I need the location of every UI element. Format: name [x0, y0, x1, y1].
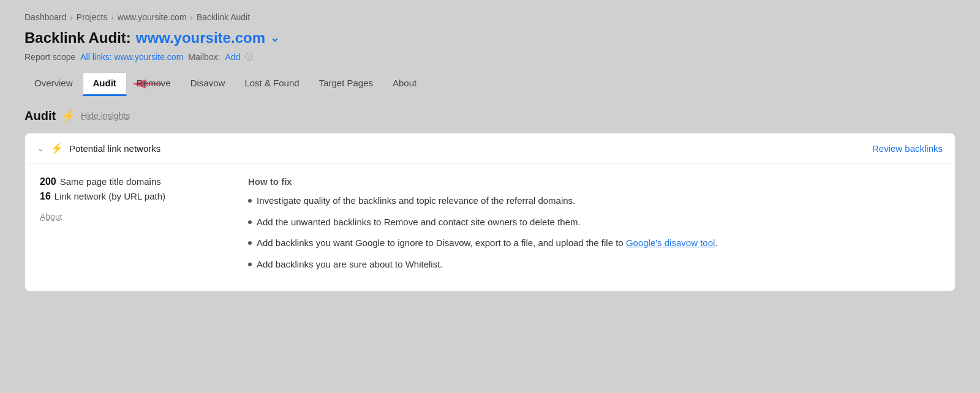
tab-disavow[interactable]: Disavow: [181, 73, 235, 96]
stat-row-2: 16 Link network (by URL path): [40, 191, 211, 202]
tabs: Overview Audit Remove Disavow Lost & Fou…: [24, 72, 956, 96]
tab-overview[interactable]: Overview: [24, 73, 83, 96]
bullet-dot: [248, 241, 252, 245]
bullet-dot: [248, 263, 252, 266]
stat-label-1: Same page title domains: [60, 176, 161, 187]
bullet-text-2: Add the unwanted backlinks to Remove and…: [257, 215, 581, 230]
breadcrumb-sep-1: ›: [70, 13, 73, 22]
bullet-text-3: Add backlinks you want Google to ignore …: [257, 236, 718, 250]
bullet-text-4: Add backlinks you are sure about to Whit…: [257, 258, 443, 272]
disavow-tool-link[interactable]: Google's disavow tool: [626, 238, 715, 248]
breadcrumb-current: Backlink Audit: [197, 12, 250, 22]
report-scope-label: Report scope: [24, 52, 75, 62]
about-link[interactable]: About: [40, 212, 62, 222]
breadcrumb-sep-3: ›: [190, 13, 193, 22]
mailbox-label: Mailbox:: [188, 52, 220, 62]
insight-card-header: ⌄ ⚡ Potential link networks Review backl…: [25, 133, 955, 164]
tab-remove[interactable]: Remove: [127, 73, 181, 96]
page-title: Backlink Audit: www.yoursite.com ⌄: [24, 29, 956, 47]
breadcrumb-site[interactable]: www.yoursite.com: [118, 12, 187, 22]
tab-target-pages[interactable]: Target Pages: [309, 73, 383, 96]
card-lightning-icon: ⚡: [50, 142, 63, 155]
review-backlinks-link[interactable]: Review backlinks: [872, 143, 943, 154]
stat-number-2: 16: [40, 191, 51, 202]
list-item: Investigate quality of the backlinks and…: [248, 194, 940, 208]
report-scope-link[interactable]: All links: www.yoursite.com: [80, 52, 183, 62]
bullet-dot: [248, 220, 252, 224]
bullet-text-1: Investigate quality of the backlinks and…: [257, 194, 575, 208]
stat-row-1: 200 Same page title domains: [40, 176, 211, 187]
bullet-list: Investigate quality of the backlinks and…: [248, 194, 940, 271]
chevron-down-icon[interactable]: ⌄: [270, 31, 279, 45]
page-title-prefix: Backlink Audit:: [24, 29, 131, 47]
info-icon[interactable]: ⓘ: [245, 51, 253, 62]
stat-number-1: 200: [40, 176, 56, 187]
list-item: Add the unwanted backlinks to Remove and…: [248, 215, 940, 230]
section-title: Audit: [24, 109, 56, 123]
breadcrumb-projects[interactable]: Projects: [77, 12, 108, 22]
section-header: Audit ⚡ Hide insights: [24, 108, 956, 123]
breadcrumb-sep-2: ›: [111, 13, 113, 22]
insight-card-header-left: ⌄ ⚡ Potential link networks: [37, 142, 160, 155]
mailbox-add-link[interactable]: Add: [225, 52, 240, 62]
collapse-icon[interactable]: ⌄: [37, 144, 44, 153]
breadcrumb: Dashboard › Projects › www.yoursite.com …: [24, 12, 956, 22]
report-scope: Report scope All links: www.yoursite.com…: [24, 51, 956, 62]
how-to-fix: How to fix Investigate quality of the ba…: [248, 176, 940, 279]
tab-lost-found[interactable]: Lost & Found: [235, 73, 309, 96]
hide-insights-button[interactable]: Hide insights: [81, 111, 130, 121]
insight-card-body: 200 Same page title domains 16 Link netw…: [25, 164, 955, 291]
how-to-fix-title: How to fix: [248, 176, 940, 187]
breadcrumb-dashboard[interactable]: Dashboard: [24, 12, 67, 22]
tab-about[interactable]: About: [383, 73, 426, 96]
page-title-site[interactable]: www.yoursite.com: [136, 29, 265, 47]
list-item: Add backlinks you want Google to ignore …: [248, 236, 940, 250]
tab-audit[interactable]: Audit: [83, 72, 127, 96]
insight-stats: 200 Same page title domains 16 Link netw…: [40, 176, 211, 279]
bullet-dot: [248, 199, 252, 203]
insight-title: Potential link networks: [69, 143, 160, 154]
list-item: Add backlinks you are sure about to Whit…: [248, 258, 940, 272]
stat-label-2: Link network (by URL path): [55, 191, 165, 201]
lightning-icon: ⚡: [61, 108, 76, 123]
insight-card: ⌄ ⚡ Potential link networks Review backl…: [24, 133, 956, 291]
